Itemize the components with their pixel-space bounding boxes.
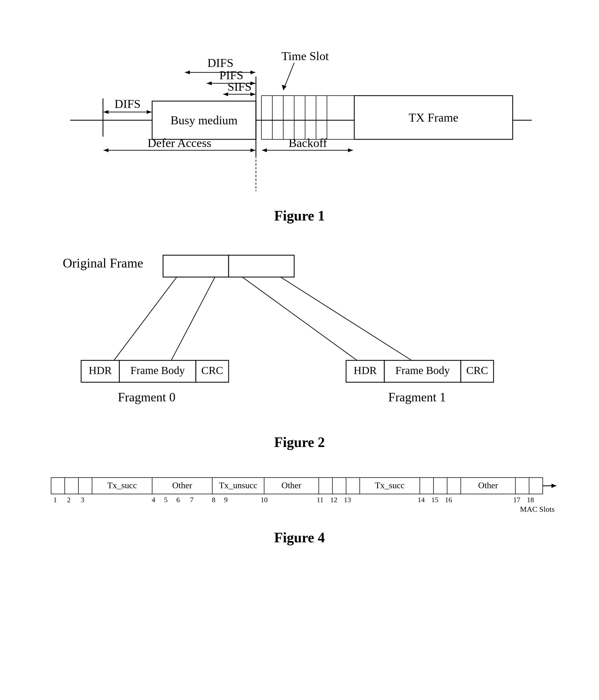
figure1-svg: Busy medium TX Frame DIFS [54, 33, 545, 202]
frag1-framebody: Frame Body [395, 364, 450, 376]
svg-marker-27 [282, 85, 287, 90]
defer-access-label: Defer Access [148, 136, 211, 150]
slot-num-7: 7 [190, 496, 193, 504]
svg-marker-25 [147, 110, 152, 114]
slot-num-5: 5 [164, 496, 167, 504]
difs-left-label: DIFS [114, 97, 140, 111]
other1-label: Other [172, 480, 192, 490]
figure2-area: Original Frame HDR Frame Body CRC [54, 240, 545, 450]
difs-top-label: DIFS [207, 56, 233, 70]
svg-marker-33 [348, 148, 353, 152]
frag0-framebody: Frame Body [130, 364, 185, 376]
svg-line-38 [171, 277, 215, 360]
frag1-hdr: HDR [354, 364, 377, 376]
slot-num-9: 9 [224, 496, 228, 504]
slot-num-14: 14 [418, 496, 425, 504]
page: Busy medium TX Frame DIFS [0, 0, 599, 700]
frag1-crc: CRC [466, 364, 488, 376]
svg-rect-59 [434, 478, 447, 494]
other2-label: Other [281, 480, 301, 490]
slot-num-8: 8 [212, 496, 215, 504]
busy-medium-label: Busy medium [171, 114, 238, 127]
svg-rect-49 [78, 478, 92, 494]
tx-frame-label: TX Frame [408, 111, 458, 124]
slot-num-4: 4 [152, 496, 155, 504]
slot-num-10: 10 [261, 496, 268, 504]
figure4-caption: Figure 4 [40, 529, 559, 546]
svg-rect-47 [51, 478, 65, 494]
slot-num-16: 16 [445, 496, 452, 504]
time-slot-label: Time Slot [281, 49, 329, 63]
svg-marker-16 [251, 71, 255, 74]
svg-marker-30 [251, 148, 255, 152]
svg-marker-18 [207, 81, 212, 85]
mac-slots-label: MAC Slots [520, 505, 554, 514]
slot-num-1: 1 [53, 496, 57, 504]
svg-rect-35 [163, 255, 229, 277]
figure2-diagram: Original Frame HDR Frame Body CRC [54, 240, 545, 431]
svg-marker-32 [262, 148, 267, 152]
fragment0-label: Fragment 0 [118, 390, 175, 404]
other3-label: Other [478, 480, 498, 490]
original-frame-label: Original Frame [62, 256, 143, 270]
sifs-label: SIFS [227, 80, 251, 94]
figure2-caption: Figure 2 [54, 434, 545, 450]
slot-num-2: 2 [67, 496, 71, 504]
svg-rect-48 [65, 478, 78, 494]
svg-marker-65 [551, 483, 556, 488]
svg-rect-60 [447, 478, 461, 494]
frag0-hdr: HDR [88, 364, 112, 376]
fragment1-label: Fragment 1 [388, 390, 446, 404]
figure2-svg: Original Frame HDR Frame Body CRC [54, 240, 545, 431]
figure1-diagram: Busy medium TX Frame DIFS [54, 33, 545, 202]
figure4-area: Tx_succ Other Tx_unsucc Other Tx_succ [40, 467, 559, 546]
slot-num-15: 15 [431, 496, 438, 504]
svg-rect-62 [515, 478, 529, 494]
svg-rect-36 [229, 255, 294, 277]
svg-marker-15 [185, 71, 190, 74]
figure4-svg: Tx_succ Other Tx_unsucc Other Tx_succ [40, 467, 559, 521]
slot-num-12: 12 [330, 496, 337, 504]
slot-num-3: 3 [81, 496, 84, 504]
figure4-diagram: Tx_succ Other Tx_unsucc Other Tx_succ [40, 467, 559, 521]
figure1-caption: Figure 1 [33, 208, 566, 224]
slot-num-11: 11 [317, 496, 323, 504]
svg-rect-58 [420, 478, 434, 494]
slot-num-17: 17 [513, 496, 520, 504]
svg-marker-29 [104, 148, 108, 152]
svg-rect-63 [529, 478, 543, 494]
tx-succ2-label: Tx_succ [375, 480, 404, 490]
svg-marker-24 [104, 110, 108, 114]
slot-num-6: 6 [176, 496, 180, 504]
tx-succ1-label: Tx_succ [107, 480, 136, 490]
svg-rect-54 [319, 478, 332, 494]
svg-rect-55 [332, 478, 346, 494]
slot-num-13: 13 [344, 496, 351, 504]
svg-line-37 [114, 277, 177, 360]
svg-rect-56 [346, 478, 360, 494]
backoff-label: Backoff [288, 136, 327, 150]
tx-unsucc-label: Tx_unsucc [219, 480, 257, 490]
slot-num-18: 18 [527, 496, 534, 504]
frag0-crc: CRC [201, 364, 223, 376]
